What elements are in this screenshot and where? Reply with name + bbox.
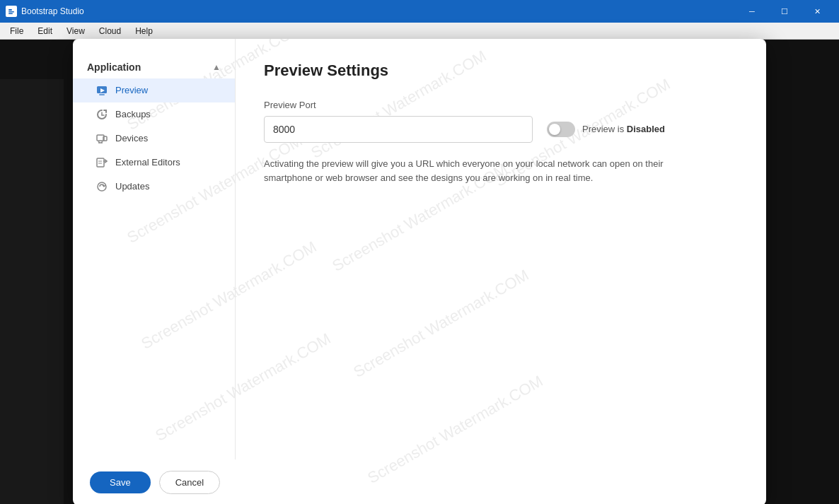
sidebar-item-updates[interactable]: Updates [73, 175, 235, 199]
sidebar-item-backups[interactable]: Backups [73, 102, 235, 127]
svg-rect-6 [99, 94, 105, 95]
page-title: Preview Settings [264, 61, 738, 80]
dialog-footer: Save Cancel [73, 459, 766, 505]
sidebar-section-application: Application ▲ [73, 56, 235, 78]
svg-rect-10 [103, 136, 107, 141]
toggle-container: Preview is Disabled [547, 122, 665, 137]
sidebar-item-preview-label: Preview [115, 85, 148, 95]
port-input[interactable] [264, 116, 533, 143]
chevron-up-icon: ▲ [212, 62, 221, 72]
toggle-state-label: Disabled [627, 124, 665, 134]
description-text: Activating the preview will give you a U… [264, 157, 688, 187]
cancel-button[interactable]: Cancel [159, 471, 220, 494]
menubar: File Edit View Cloud Help [0, 23, 839, 40]
external-editors-icon [96, 156, 108, 169]
sidebar-item-external-editors-label: External Editors [115, 157, 180, 168]
sidebar-section-label: Application [87, 61, 141, 73]
preview-icon [96, 84, 108, 97]
main-content-area: Preview Settings Preview Port Preview is… [236, 39, 766, 459]
sidebar-item-devices-label: Devices [115, 133, 148, 143]
minimize-button[interactable]: ─ [736, 0, 768, 23]
menu-edit[interactable]: Edit [30, 25, 59, 37]
svg-rect-3 [8, 13, 13, 15]
sidebar-item-preview[interactable]: Preview [73, 78, 235, 102]
sidebar-item-updates-label: Updates [115, 181, 149, 192]
svg-point-18 [98, 182, 106, 191]
settings-dialog: Screenshot Watermark.COM Screenshot Wate… [73, 39, 766, 505]
svg-rect-2 [8, 11, 14, 13]
titlebar: Bootstrap Studio ─ ☐ ✕ [0, 0, 839, 23]
menu-view[interactable]: View [59, 25, 92, 37]
svg-rect-1 [8, 9, 12, 11]
menu-file[interactable]: File [3, 25, 30, 37]
save-button[interactable]: Save [90, 471, 151, 493]
app-icon [6, 6, 17, 17]
preview-toggle[interactable] [547, 122, 575, 137]
modal-overlay: Screenshot Watermark.COM Screenshot Wate… [0, 40, 839, 504]
backups-icon [96, 108, 108, 121]
menu-cloud[interactable]: Cloud [92, 25, 128, 37]
sidebar-item-external-editors[interactable]: External Editors [73, 151, 235, 175]
sidebar-item-backups-label: Backups [115, 109, 151, 119]
close-button[interactable]: ✕ [801, 0, 833, 23]
updates-icon [96, 180, 108, 193]
menu-help[interactable]: Help [128, 25, 160, 37]
port-row: Preview is Disabled [264, 116, 738, 143]
dialog-body: Application ▲ Preview [73, 39, 766, 459]
devices-icon [96, 132, 108, 145]
window-controls: ─ ☐ ✕ [736, 0, 833, 23]
port-label: Preview Port [264, 100, 738, 110]
titlebar-title: Bootstrap Studio [21, 6, 736, 16]
sidebar-item-devices[interactable]: Devices [73, 127, 235, 151]
svg-rect-14 [97, 158, 104, 167]
maximize-button[interactable]: ☐ [768, 0, 801, 23]
toggle-label: Preview is Disabled [582, 124, 665, 134]
settings-sidebar: Application ▲ Preview [73, 39, 236, 459]
